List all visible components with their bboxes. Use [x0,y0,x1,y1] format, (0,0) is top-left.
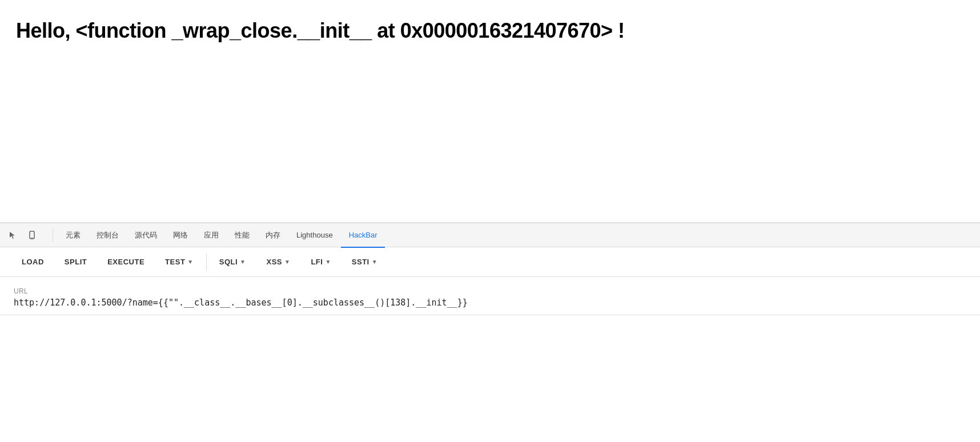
url-value: http://127.0.0.1:5000/?name={{"".__class… [14,298,966,308]
load-button[interactable]: LOAD [11,247,54,277]
tab-network[interactable]: 网络 [165,224,196,248]
tab-console[interactable]: 控制台 [89,224,127,248]
tab-performance[interactable]: 性能 [227,224,258,248]
tab-hackbar[interactable]: HackBar [341,224,385,248]
devtools-panel: 元素 控制台 源代码 网络 应用 性能 内存 Lighthouse HackBa… [0,223,980,315]
test-button[interactable]: TEST ▼ [155,247,204,277]
tab-lighthouse[interactable]: Lighthouse [288,224,341,248]
tab-sources[interactable]: 源代码 [127,224,165,248]
devtools-tabbar: 元素 控制台 源代码 网络 应用 性能 内存 Lighthouse HackBa… [0,223,980,247]
xss-btn-inner: XSS ▼ [266,258,290,266]
page-content: Hello, <function _wrap_close.__init__ at… [0,0,980,223]
xss-button[interactable]: XSS ▼ [256,247,300,277]
lfi-button[interactable]: LFI ▼ [300,247,341,277]
sqli-button[interactable]: SQLI ▼ [209,247,256,277]
sqli-btn-inner: SQLI ▼ [219,258,246,266]
execute-button[interactable]: EXECUTE [97,247,155,277]
page-heading: Hello, <function _wrap_close.__init__ at… [16,18,964,43]
xss-arrow-icon: ▼ [284,259,290,265]
lfi-arrow-icon: ▼ [325,259,331,265]
ssti-btn-inner: SSTI ▼ [352,258,377,266]
url-area: URL http://127.0.0.1:5000/?name={{"".__c… [0,277,980,315]
url-label: URL [14,287,966,295]
tab-elements[interactable]: 元素 [58,224,89,248]
lfi-btn-inner: LFI ▼ [311,258,331,266]
sqli-arrow-icon: ▼ [240,259,246,265]
tab-application[interactable]: 应用 [196,224,227,248]
devtools-icon-group [5,227,46,243]
hackbar-toolbar: LOAD SPLIT EXECUTE TEST ▼ SQLI ▼ XSS ▼ L [0,247,980,277]
inspect-element-icon[interactable] [5,227,21,243]
tab-memory[interactable]: 内存 [258,224,288,248]
test-arrow-icon: ▼ [187,259,193,265]
ssti-arrow-icon: ▼ [372,259,377,265]
svg-rect-1 [31,238,33,238]
split-button[interactable]: SPLIT [54,247,97,277]
icon-tab-divider [53,229,53,242]
test-btn-inner: TEST ▼ [165,258,194,266]
ssti-button[interactable]: SSTI ▼ [342,247,388,277]
toolbar-divider-1 [206,254,207,271]
device-toolbar-icon[interactable] [24,227,40,243]
